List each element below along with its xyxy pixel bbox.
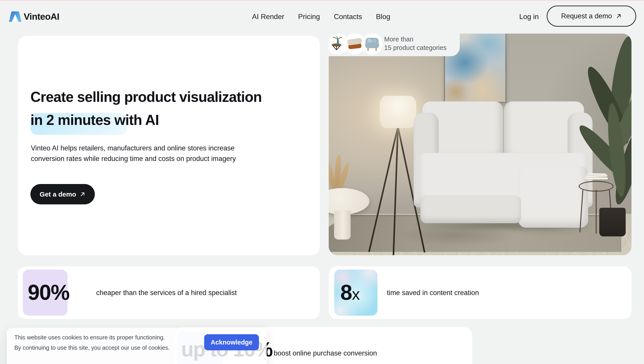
stat-label-cheaper: cheaper than the services of a hired spe… (96, 289, 237, 297)
categories-badge-text: More than 15 product categories (384, 35, 446, 52)
arrow-up-right-icon (80, 191, 86, 198)
nav-item-pricing[interactable]: Pricing (298, 13, 320, 21)
armchair-thumb-icon (361, 34, 383, 55)
potted-plant (579, 36, 632, 255)
acknowledge-button[interactable]: Acknowledge (204, 334, 259, 350)
stat-value-90: 90% (28, 280, 69, 304)
nav-item-contacts[interactable]: Contacts (334, 13, 362, 21)
stat-card-time-saved: 8x time saved in content creation (329, 266, 632, 319)
categories-badge: More than 15 product categories (329, 34, 460, 56)
login-link[interactable]: Log in (519, 1, 539, 32)
request-demo-button[interactable]: Request a demo (547, 6, 636, 27)
cookie-text-line2: By continuing to use this site, you acce… (14, 344, 170, 351)
stat-suffix-x: x (352, 285, 360, 303)
cookie-text-line1: This website uses cookies to ensure its … (14, 334, 165, 341)
coffee-table (329, 188, 370, 255)
nav-item-ai-render[interactable]: AI Render (252, 13, 284, 21)
logo[interactable]: VinteoAI (9, 1, 59, 32)
hero-headline-highlight-text: in 2 minutes (30, 112, 111, 128)
hero-headline-line2: in 2 minutes with AI (30, 109, 262, 132)
cookie-banner: This website uses cookies to ensure its … (7, 328, 267, 364)
stat-label-conversion: boost online purchase conversion (274, 349, 377, 357)
request-demo-label: Request a demo (561, 12, 612, 20)
plant-pot (599, 208, 626, 236)
hero-headline-rest: with AI (111, 112, 159, 128)
header: VinteoAI AI Render Pricing Contacts Blog… (0, 1, 644, 32)
get-demo-label: Get a demo (40, 191, 76, 198)
categories-badge-line2: 15 product categories (384, 43, 446, 52)
categories-badge-line1: More than (384, 35, 446, 43)
hero-headline: Create selling product visualization in … (30, 86, 262, 132)
get-demo-button[interactable]: Get a demo (30, 184, 95, 204)
sofa (414, 100, 592, 230)
logo-text: VinteoAI (24, 12, 59, 22)
hero-card: Create selling product visualization in … (18, 36, 320, 255)
hero-room-image: More than 15 product categories (329, 34, 632, 255)
logo-icon (9, 12, 22, 22)
nav-item-blog[interactable]: Blog (376, 13, 390, 21)
stat-label-time-saved: time saved in content creation (387, 289, 479, 297)
main-nav: AI Render Pricing Contacts Blog (252, 1, 390, 32)
stat-value-8x: 8x (340, 280, 360, 304)
stat-card-cheaper: 90% cheaper than the services of a hired… (18, 266, 320, 319)
hero-headline-line1: Create selling product visualization (30, 86, 262, 109)
hero-subtitle: Vinteo AI helps retailers, manufacturers… (31, 143, 250, 164)
floor-lamp-shade (380, 96, 416, 128)
arrow-up-right-icon (616, 13, 622, 19)
